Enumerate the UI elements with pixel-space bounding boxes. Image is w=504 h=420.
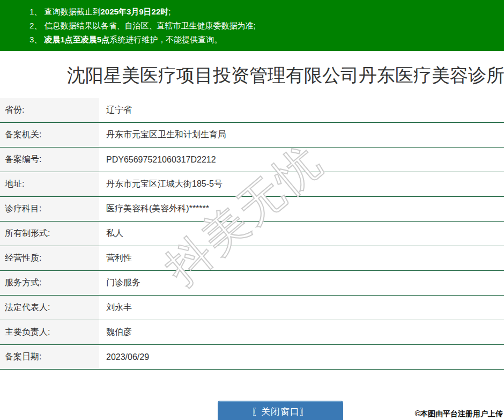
page: 1、 查询数据截止到2025年3月9日22时; 2、 信息数据结果以各省、自治区… — [0, 0, 504, 420]
notice-line-3-bold: 凌晨1点至凌晨5点 — [45, 35, 110, 44]
notice-line-3-text: 3、 — [29, 35, 45, 44]
row-value: 门诊服务 — [99, 271, 140, 295]
table-row: 备案日期: 2023/06/29 — [0, 345, 504, 370]
row-value: 丹东市元宝区卫生和计划生育局 — [99, 123, 226, 147]
row-value: 丹东市元宝区江城大街185-5号 — [99, 172, 223, 196]
row-label: 备案编号: — [0, 148, 99, 172]
table-row: 省份: 辽宁省 — [0, 98, 504, 123]
table-row: 服务方式: 门诊服务 — [0, 271, 504, 296]
notice-line-3-tail: 系统进行维护，不能提供查询。 — [109, 35, 222, 44]
table-row: 备案机关: 丹东市元宝区卫生和计划生育局 — [0, 123, 504, 148]
notice-line-1-tail: ; — [168, 7, 171, 16]
table-row: 诊疗科目: 医疗美容科(美容外科)****** — [0, 197, 504, 222]
notice-banner: 1、 查询数据截止到2025年3月9日22时; 2、 信息数据结果以各省、自治区… — [0, 0, 504, 51]
row-label: 地址: — [0, 172, 99, 196]
row-label: 主要负责人: — [0, 320, 99, 344]
notice-line-1-bold: 2025年3月9日22时 — [101, 7, 169, 16]
page-title: 沈阳星美医疗项目投资管理有限公司丹东医疗美容诊所 — [0, 51, 504, 86]
table-row: 备案编号: PDY65697521060317D2212 — [0, 148, 504, 172]
notice-line-2-text: 2、 信息数据结果以各省、自治区、直辖市卫生健康委数据为准; — [29, 21, 256, 30]
info-table: 省份: 辽宁省 备案机关: 丹东市元宝区卫生和计划生育局 备案编号: PDY65… — [0, 98, 504, 370]
row-label: 经营性质: — [0, 246, 99, 270]
row-value: 2023/06/29 — [99, 345, 149, 369]
notice-line-2: 2、 信息数据结果以各省、自治区、直辖市卫生健康委数据为准; — [29, 19, 499, 33]
row-value: 私人 — [99, 222, 123, 246]
row-value: PDY65697521060317D2212 — [99, 148, 216, 172]
uploader-credit-watermark: ©本图由平台注册用户上传 — [415, 409, 503, 419]
row-label: 所有制形式: — [0, 222, 99, 246]
row-label: 备案日期: — [0, 345, 99, 369]
row-label: 诊疗科目: — [0, 197, 99, 221]
close-window-button[interactable]: 〖关闭窗口〗 — [218, 401, 343, 420]
row-label: 省份: — [0, 98, 99, 122]
row-label: 备案机关: — [0, 123, 99, 147]
notice-line-1-text: 1、 查询数据截止到 — [29, 7, 101, 16]
table-row: 经营性质: 营利性 — [0, 246, 504, 271]
row-value: 营利性 — [99, 246, 132, 270]
table-row: 地址: 丹东市元宝区江城大街185-5号 — [0, 172, 504, 197]
notice-line-3: 3、 凌晨1点至凌晨5点系统进行维护，不能提供查询。 — [29, 33, 499, 47]
row-label: 法定代表人: — [0, 296, 99, 320]
table-row: 所有制形式: 私人 — [0, 222, 504, 246]
row-value: 辽宁省 — [99, 98, 132, 122]
row-value: 魏伯彦 — [99, 320, 132, 344]
row-label: 服务方式: — [0, 271, 99, 295]
row-value: 刘永丰 — [99, 296, 132, 320]
table-row: 法定代表人: 刘永丰 — [0, 296, 504, 320]
row-value: 医疗美容科(美容外科)****** — [99, 197, 209, 221]
notice-line-1: 1、 查询数据截止到2025年3月9日22时; — [29, 5, 499, 19]
table-row: 主要负责人: 魏伯彦 — [0, 320, 504, 345]
